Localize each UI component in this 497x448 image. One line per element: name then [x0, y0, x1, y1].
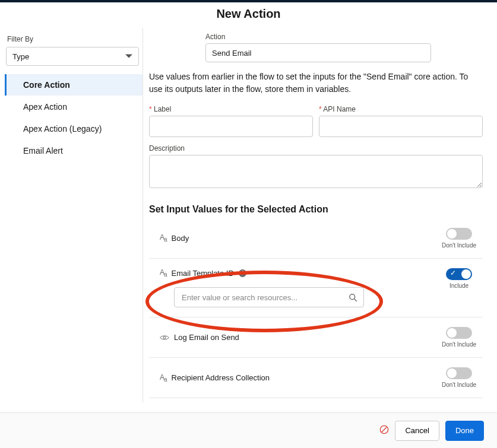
modal-title: New Action: [0, 2, 497, 28]
toggle-email-template-id[interactable]: [446, 268, 472, 280]
text-type-icon: Aa: [160, 233, 167, 243]
svg-point-2: [163, 336, 166, 339]
email-template-id-placeholder: Enter value or search resources...: [182, 293, 297, 302]
input-row-partial: [149, 398, 483, 403]
toggle-caption-body: Don't Include: [440, 242, 478, 249]
email-template-id-input[interactable]: Enter value or search resources...: [174, 287, 364, 307]
input-label-recipient-collection: Recipient Address Collection: [172, 373, 270, 382]
input-label-body: Body: [172, 234, 189, 243]
input-row-recipient-collection: Aa Recipient Address Collection Don't In…: [149, 358, 483, 398]
action-field-label: Action: [205, 33, 483, 41]
info-icon[interactable]: i: [239, 269, 246, 277]
description-label: Description: [149, 144, 483, 152]
text-type-icon: Aa: [160, 268, 167, 278]
toggle-caption-recipient: Don't Include: [440, 382, 478, 388]
toggle-caption-log-email: Don't Include: [440, 341, 478, 348]
label-input[interactable]: [149, 116, 313, 137]
label-label: Label: [149, 105, 313, 113]
sidebar-item-email-alert[interactable]: Email Alert: [5, 140, 143, 161]
done-button[interactable]: Done: [445, 421, 484, 441]
input-row-email-template-id: Aa Email Template ID i Enter value or se…: [149, 259, 483, 317]
apiname-input[interactable]: [319, 116, 483, 137]
svg-point-0: [350, 294, 355, 300]
sidebar-item-core-action[interactable]: Core Action: [5, 74, 143, 96]
toggle-body[interactable]: [446, 228, 472, 240]
type-select[interactable]: Type: [6, 47, 139, 66]
input-label-log-email: Log Email on Send: [174, 333, 239, 342]
svg-line-4: [382, 427, 387, 432]
main-panel: Action Send Email Use values from earlie…: [143, 28, 497, 403]
sidebar: Filter By Type Core Action Apex Action A…: [0, 28, 143, 403]
input-row-log-email: Log Email on Send Don't Include: [149, 317, 483, 358]
cancel-button[interactable]: Cancel: [395, 421, 439, 441]
filter-by-label: Filter By: [5, 35, 143, 43]
help-text: Use values from earlier in the flow to s…: [149, 71, 483, 96]
search-icon: [349, 293, 357, 302]
toggle-caption-template: Include: [440, 282, 478, 289]
description-input[interactable]: [149, 155, 483, 188]
text-type-icon: Aa: [160, 373, 167, 383]
error-icon: [379, 425, 389, 436]
input-values-heading: Set Input Values for the Selected Action: [149, 204, 483, 215]
toggle-recipient-collection[interactable]: [446, 367, 472, 379]
sidebar-item-apex-action[interactable]: Apex Action: [5, 96, 143, 117]
svg-line-1: [354, 299, 356, 301]
input-row-body: Aa Body Don't Include: [149, 218, 483, 259]
action-combobox[interactable]: Send Email: [205, 43, 431, 62]
chevron-down-icon: [125, 53, 132, 60]
apiname-label: API Name: [319, 105, 483, 113]
boolean-type-icon: [160, 334, 169, 341]
footer: Cancel Done: [0, 412, 497, 448]
sidebar-item-apex-action-legacy[interactable]: Apex Action (Legacy): [5, 118, 143, 139]
input-label-email-template-id: Email Template ID: [172, 269, 234, 278]
toggle-log-email[interactable]: [446, 327, 472, 339]
action-value: Send Email: [212, 49, 251, 58]
type-select-value: Type: [12, 52, 29, 61]
